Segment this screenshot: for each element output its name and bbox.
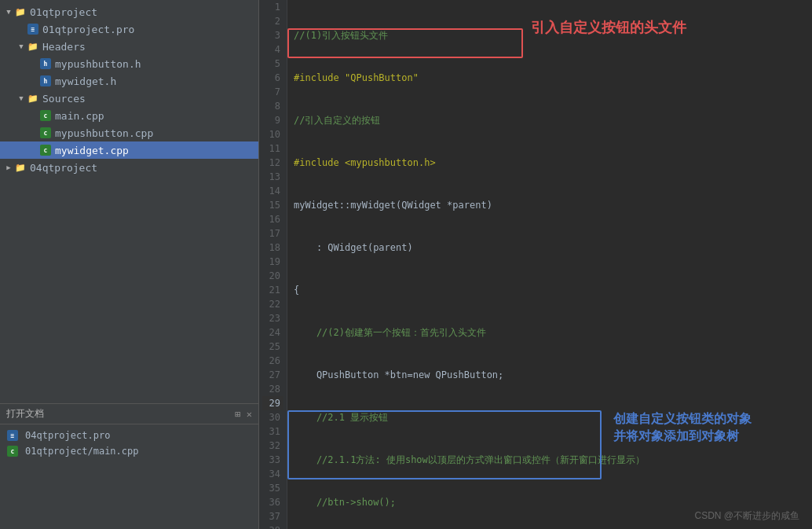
pro-icon: ≡: [27, 23, 39, 35]
h-file-icon-mywidget: h: [40, 75, 51, 86]
ln-6: 6: [262, 71, 283, 85]
cpp-icon-mypushbutton: c: [39, 127, 52, 139]
annotation-text-red: 引入自定义按钮的头文件: [531, 20, 686, 35]
code-content[interactable]: //(1)引入按钮头文件 #include "QPushButton" //引入…: [287, 0, 812, 529]
bottom-panel-controls[interactable]: ⊞ ✕: [235, 409, 252, 420]
ln-2: 2: [262, 14, 283, 28]
cpp-icon-mywidget: c: [39, 144, 52, 156]
folder-icon-sources: 📁: [27, 92, 39, 105]
ln-19: 19: [262, 255, 283, 269]
label-mypushbutton-h: mypushbutton.h: [55, 58, 141, 70]
ln-26: 26: [262, 354, 283, 368]
code-line-5: myWidget::myWidget(QWidget *parent): [294, 198, 806, 212]
label-main-cpp: main.cpp: [55, 110, 104, 122]
editor-area: 1 2 3 4 5 6 7 8 9 10 11 12 13 14 15 16 1…: [259, 0, 812, 529]
h-file-icon-mypushbutton: h: [40, 58, 51, 69]
arrow-sources: ▼: [16, 93, 27, 104]
tree-item-01qtproject[interactable]: ▼ 📁 01qtproject: [0, 3, 258, 20]
ln-29: 29: [262, 396, 283, 410]
bottom-panel-title: 打开文档: [6, 407, 44, 421]
ln-37: 37: [262, 509, 283, 523]
label-04qtproject: 04qtproject: [30, 162, 97, 174]
ln-16: 16: [262, 212, 283, 226]
ln-31: 31: [262, 424, 283, 439]
ln-4: 4: [262, 42, 283, 57]
ln-14: 14: [262, 184, 283, 198]
folder-icon-04qtproject: 📁: [14, 161, 27, 174]
ln-34: 34: [262, 467, 283, 481]
ln-12: 12: [262, 156, 283, 170]
ln-22: 22: [262, 297, 283, 311]
code-line-11: //2.1.1方法: 使用show以顶层的方式弹出窗口或控件（新开窗口进行显示）: [294, 453, 806, 467]
label-mywidget-cpp: mywidget.cpp: [55, 145, 129, 156]
code-line-12: //btn->show();: [294, 495, 806, 509]
tree-item-mywidget-h[interactable]: ▶ h mywidget.h: [0, 72, 258, 90]
ln-30: 30: [262, 410, 283, 424]
h-icon-mywidget: h: [39, 75, 52, 87]
code-line-4: #include <mypushbutton.h>: [294, 156, 806, 170]
bottom-item-main-cpp[interactable]: c 01qtproject/main.cpp: [0, 443, 258, 459]
main-container: ▼ 📁 01qtproject ▶ ≡ 01qtproject.pro ▼ 📁 …: [0, 0, 812, 529]
code-line-2: #include "QPushButton": [294, 71, 806, 85]
ln-1: 1: [262, 0, 283, 14]
code-line-9: QPushButton *btn=new QPushButton;: [294, 368, 806, 382]
ln-7: 7: [262, 85, 283, 99]
ln-10: 10: [262, 127, 283, 141]
cpp-file-icon-mywidget: c: [40, 145, 51, 156]
pro-file-icon-bottom: ≡: [7, 430, 18, 441]
tree-item-pro[interactable]: ▶ ≡ 01qtproject.pro: [0, 20, 258, 38]
ln-24: 24: [262, 325, 283, 340]
label-01qtproject: 01qtproject: [30, 6, 97, 18]
tree-item-headers[interactable]: ▼ 📁 Headers: [0, 38, 258, 55]
code-line-8: //(2)创建第一个按钮：首先引入头文件: [294, 325, 806, 340]
ln-21: 21: [262, 283, 283, 297]
arrow-04qtproject: ▶: [3, 162, 14, 173]
arrow-01qtproject: ▼: [3, 6, 14, 17]
watermark: CSDN @不断进步的咸鱼: [694, 509, 799, 523]
tree-item-04qtproject[interactable]: ▶ 📁 04qtproject: [0, 159, 258, 176]
ln-33: 33: [262, 453, 283, 467]
ln-28: 28: [262, 382, 283, 396]
code-line-7: {: [294, 283, 806, 297]
label-04qtproject-pro: 04qtproject.pro: [25, 430, 110, 441]
folder-icon-01qtproject: 📁: [14, 6, 27, 18]
cpp-file-icon-bottom-main: c: [7, 446, 18, 457]
tree-item-mypushbutton-h[interactable]: ▶ h mypushbutton.h: [0, 55, 258, 72]
code-container[interactable]: 1 2 3 4 5 6 7 8 9 10 11 12 13 14 15 16 1…: [259, 0, 812, 529]
ln-18: 18: [262, 241, 283, 255]
ln-15: 15: [262, 198, 283, 212]
arrow-headers: ▼: [16, 41, 27, 52]
code-line-3: //引入自定义的按钮: [294, 113, 806, 127]
bottom-panel: 打开文档 ⊞ ✕ ≡ 04qtproject.pro c 01qtproject…: [0, 403, 258, 529]
annotation-text-blue: 创建自定义按钮类的对象并将对象添加到对象树: [613, 410, 752, 446]
ln-13: 13: [262, 170, 283, 184]
ln-20: 20: [262, 269, 283, 283]
tree-item-sources[interactable]: ▼ 📁 Sources: [0, 90, 258, 107]
bottom-item-04qtproject-pro[interactable]: ≡ 04qtproject.pro: [0, 428, 258, 443]
sidebar-tree[interactable]: ▼ 📁 01qtproject ▶ ≡ 01qtproject.pro ▼ 📁 …: [0, 0, 258, 403]
ln-3: 3: [262, 28, 283, 42]
label-mywidget-h: mywidget.h: [55, 75, 116, 87]
ln-25: 25: [262, 340, 283, 354]
tree-item-mywidget-cpp[interactable]: ▶ c mywidget.cpp: [0, 141, 258, 159]
ln-9: 9: [262, 113, 283, 127]
ln-27: 27: [262, 368, 283, 382]
cpp-icon-04pro: ≡: [6, 429, 19, 442]
ln-36: 36: [262, 495, 283, 509]
bottom-panel-header: 打开文档 ⊞ ✕: [0, 404, 258, 424]
tree-item-mypushbutton-cpp[interactable]: ▶ c mypushbutton.cpp: [0, 124, 258, 141]
ln-38: 38: [262, 523, 283, 529]
bottom-panel-content: ≡ 04qtproject.pro c 01qtproject/main.cpp: [0, 424, 258, 529]
ln-17: 17: [262, 226, 283, 241]
folder-icon-headers: 📁: [27, 40, 39, 53]
tree-item-main-cpp[interactable]: ▶ c main.cpp: [0, 107, 258, 124]
line-numbers: 1 2 3 4 5 6 7 8 9 10 11 12 13 14 15 16 1…: [259, 0, 287, 529]
ln-35: 35: [262, 481, 283, 495]
ln-23: 23: [262, 311, 283, 325]
h-icon-mypushbutton: h: [39, 57, 52, 70]
ln-8: 8: [262, 99, 283, 113]
cpp-icon-main: c: [39, 109, 52, 122]
sidebar: ▼ 📁 01qtproject ▶ ≡ 01qtproject.pro ▼ 📁 …: [0, 0, 259, 529]
label-headers: Headers: [42, 41, 86, 53]
label-mypushbutton-cpp: mypushbutton.cpp: [55, 127, 153, 139]
